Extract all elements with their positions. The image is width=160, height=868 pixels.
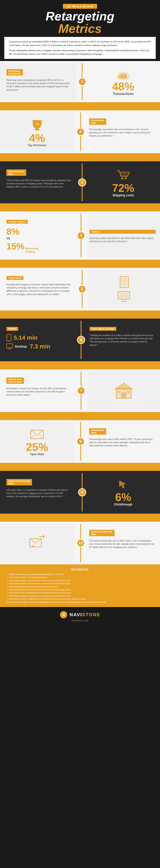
sec8-center: 8 — [74, 422, 87, 461]
sec1-left: ReturningCustomers Returning visitor tra… — [0, 63, 76, 100]
main-content: ReturningCustomers Returning visitor tra… — [0, 61, 160, 564]
sec10-right: Email UnsubscribeRate The mean unsubscri… — [87, 524, 160, 562]
svg-line-43 — [39, 435, 43, 439]
intro-para2: Smart retargeting allows you to engage a… — [9, 49, 151, 56]
source-4: https://blog.compass.co/ecommerce-conver… — [9, 582, 154, 585]
sec3-stat: 72% — [112, 182, 134, 193]
svg-marker-34 — [115, 383, 132, 389]
sec4-stats2: 15% ReturningVisitors — [6, 241, 72, 253]
source-6: https://blog.compass.co/ecommerce-conver… — [9, 588, 154, 591]
footer: N NAVISTONE navistone.com — [0, 607, 160, 626]
sources-title: SOURCES — [6, 568, 154, 571]
sec9-left: Email ClickthroughRate Like open rates, … — [0, 473, 76, 512]
sec10-center: 10 — [74, 524, 87, 562]
sec4-center: 4 — [75, 214, 88, 257]
navistone-logo-icon: N — [60, 611, 67, 619]
sec10-desc: The mean unsubscribe rate for B2C retail… — [89, 539, 155, 549]
number-3: 3 — [78, 178, 86, 186]
title-line2: Metrics — [4, 22, 156, 35]
title-line1: Retargeting — [4, 10, 156, 22]
unsubscribe-icon — [29, 534, 46, 552]
number-8: 8 — [76, 437, 85, 445]
sec1-stat: 48% — [112, 81, 134, 92]
source-7: http://www.methlo.com/blog/ecommerce-con… — [9, 591, 154, 594]
mobile-time: 5.14 min — [14, 334, 37, 341]
sec9-desc: Like open rates, it's important to measu… — [6, 488, 71, 498]
svg-point-13 — [121, 178, 123, 179]
desktop-time: 7.3 min — [30, 343, 50, 350]
svg-rect-39 — [127, 391, 130, 393]
footer-tagline: navistone.com — [72, 619, 88, 622]
svg-text:$: $ — [119, 75, 120, 78]
sec7-right — [88, 371, 160, 410]
sec8-label: Email OpenRate — [89, 428, 106, 435]
sec4-left: Unique Visitors 8% VS 15% ReturningVisit… — [0, 214, 75, 257]
source-8: https://blog.compass.co/ecommerce-conver… — [9, 594, 154, 597]
sec6-right-label: Time Spent on Page — [90, 327, 116, 331]
header: 10 Must-Know Retargeting Metrics Consume… — [0, 0, 160, 61]
sec1-desc: Returning visitor transactions comprised… — [6, 79, 71, 92]
desktop-label: Desktop — [15, 345, 27, 348]
sec3-stat-label: Shipping costs — [113, 193, 134, 197]
sec5-left: Page Views Knowing which pages a consume… — [0, 270, 76, 308]
sec2-right: ConversionRate The average conversion ra… — [87, 113, 160, 151]
sec8-stat-label: Open Rate — [30, 453, 44, 456]
desktop-small-icon — [6, 344, 13, 349]
sec8-right: Email OpenRate The average open rate in … — [87, 422, 160, 461]
svg-text:1st: 1st — [36, 123, 39, 125]
number-7: 7 — [77, 386, 85, 395]
source-10: http://www.annalights.com/email-marketin… — [9, 601, 154, 603]
divider-8-9 — [0, 463, 160, 471]
sec4-returning: ReturningVisitors — [25, 247, 38, 253]
section-7: Refund andReturn Rate According to resea… — [0, 369, 160, 412]
sec7-desc: According to research by Invesp, at leas… — [6, 387, 70, 397]
footer-name: NAVISTONE — [69, 612, 100, 617]
source-3: https://blog.compass.co/ecommerce-conver… — [9, 579, 154, 582]
sec3-left: Abandon CartRate 72% of males and 59% of… — [0, 163, 76, 201]
svg-rect-10 — [35, 129, 40, 130]
sec4-right-label: Visitors — [90, 230, 156, 234]
sec4-desc: Returning visitors add items to cart 15%… — [90, 237, 156, 243]
shopping-cart-icon — [116, 169, 130, 181]
sec8-desc: The average open rate in B2C retail is 2… — [89, 438, 155, 447]
sec7-center: 7 — [75, 371, 88, 410]
sec1-label: ReturningCustomers — [6, 69, 23, 75]
sec5-desc: Knowing which pages a consumer viewed he… — [6, 283, 71, 296]
sec4-vs: VS — [6, 237, 72, 240]
mobile-icon — [6, 334, 11, 341]
intro-para1: Consumers spent an estimated $394.9 bill… — [9, 40, 151, 48]
number-6: 6 — [77, 336, 85, 344]
store-icon — [114, 382, 133, 399]
sec6-desc: Tracking the duration of a visitor's ses… — [90, 334, 156, 347]
divider-7-8 — [0, 412, 160, 420]
sec2-left: 1st 4% Top Performer — [0, 113, 74, 151]
sec3-right: 72% Shipping costs — [89, 163, 160, 201]
divider-5-6 — [0, 310, 160, 318]
intro-text: Consumers spent an estimated $394.9 bill… — [4, 37, 156, 59]
svg-rect-22 — [119, 292, 129, 298]
source-1: https://www.census.gov/retail/mrts/www/d… — [9, 573, 154, 576]
sec6-right: Time Spent on Page Tracking the duration… — [88, 321, 160, 359]
sec4-label: Unique Visitors — [6, 220, 28, 224]
mobile-row: 5.14 min — [6, 334, 72, 341]
svg-rect-28 — [7, 344, 12, 348]
footer-logo-text: NAVISTONE — [69, 612, 100, 618]
sec3-center: 3 — [76, 163, 89, 201]
sec2-center: 2 — [74, 113, 87, 151]
cursor-icon — [117, 478, 129, 490]
sec9-label: Email ClickthroughRate — [6, 479, 32, 486]
section-1: ReturningCustomers Returning visitor tra… — [0, 61, 160, 102]
svg-rect-36 — [122, 393, 126, 398]
section-2: 1st 4% Top Performer 2 ConversionRate Th… — [0, 110, 160, 153]
desktop-row: Desktop 7.3 min — [6, 343, 72, 350]
divider-2-3 — [0, 153, 160, 161]
svg-line-24 — [125, 299, 126, 302]
desktop-icon — [117, 291, 131, 303]
sec2-stat: 4% — [29, 132, 45, 144]
svg-line-42 — [31, 435, 35, 439]
badge: 10 Must-Know — [63, 4, 97, 9]
section-4: Unique Visitors 8% VS 15% ReturningVisit… — [0, 212, 160, 260]
section-9: Email ClickthroughRate Like open rates, … — [0, 471, 160, 514]
sec2-stat-label: Top Performer — [28, 144, 46, 147]
sec9-right: 6% Clickthrough — [89, 473, 160, 512]
